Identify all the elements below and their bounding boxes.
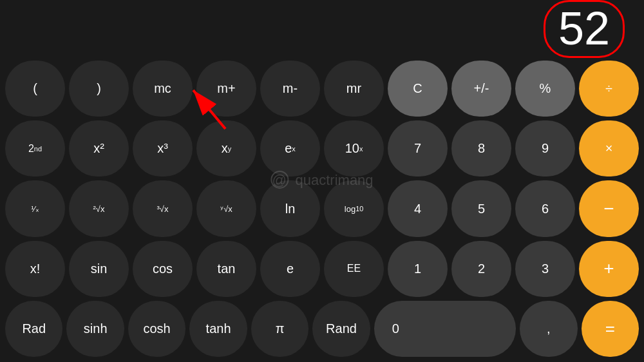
- multiply-button[interactable]: ×: [579, 120, 639, 176]
- row-5: Rad sinh cosh tanh π Rand 0 , =: [5, 301, 639, 357]
- 9-button[interactable]: 9: [515, 120, 575, 176]
- sqrt-y-button[interactable]: ʸ√x: [196, 180, 256, 236]
- 7-button[interactable]: 7: [388, 120, 448, 176]
- 4-button[interactable]: 4: [388, 180, 448, 236]
- paren-close-button[interactable]: ): [69, 61, 129, 117]
- 10-x-button[interactable]: 10x: [324, 120, 384, 176]
- cos-button[interactable]: cos: [133, 241, 193, 297]
- display-area: 52: [0, 0, 644, 58]
- display-number: 52: [544, 0, 625, 57]
- mc-button[interactable]: mc: [133, 61, 193, 117]
- x-cubed-button[interactable]: x³: [133, 120, 193, 176]
- ln-button[interactable]: ln: [260, 180, 320, 236]
- add-button[interactable]: +: [579, 241, 639, 297]
- x-y-button[interactable]: xy: [196, 120, 256, 176]
- m-plus-button[interactable]: m+: [196, 61, 256, 117]
- percent-button[interactable]: %: [515, 61, 575, 117]
- divide-button[interactable]: ÷: [579, 61, 639, 117]
- 1-button[interactable]: 1: [388, 241, 448, 297]
- sqrt3-button[interactable]: ³√x: [133, 180, 193, 236]
- sqrt2-button[interactable]: ²√x: [69, 180, 129, 236]
- x-squared-button[interactable]: x²: [69, 120, 129, 176]
- tan-button[interactable]: tan: [196, 241, 256, 297]
- row-4: x! sin cos tan e EE 1 2 3 +: [5, 241, 639, 297]
- equals-button[interactable]: =: [582, 301, 639, 357]
- pi-button[interactable]: π: [251, 301, 308, 357]
- row-3: ¹⁄ₓ ²√x ³√x ʸ√x ln log10 4 5 6 −: [5, 180, 639, 236]
- log10-button[interactable]: log10: [324, 180, 384, 236]
- tanh-button[interactable]: tanh: [189, 301, 247, 357]
- factorial-button[interactable]: x!: [5, 241, 65, 297]
- mr-button[interactable]: mr: [324, 61, 384, 117]
- plus-minus-button[interactable]: +/-: [451, 61, 511, 117]
- sin-button[interactable]: sin: [69, 241, 129, 297]
- 5-button[interactable]: 5: [451, 180, 511, 236]
- euler-button[interactable]: e: [260, 241, 320, 297]
- m-minus-button[interactable]: m-: [260, 61, 320, 117]
- 2nd-button[interactable]: 2nd: [5, 120, 65, 176]
- paren-open-button[interactable]: (: [5, 61, 65, 117]
- row-2: 2nd x² x³ xy ex 10x 7 8 9 ×: [5, 120, 639, 176]
- rad-button[interactable]: Rad: [5, 301, 62, 357]
- calculator-grid: ( ) mc m+ m- mr C +/- % ÷ 2nd x² x³ xy e…: [0, 58, 644, 362]
- 2-button[interactable]: 2: [451, 241, 511, 297]
- 0-button[interactable]: 0: [374, 301, 516, 357]
- sinh-button[interactable]: sinh: [66, 301, 124, 357]
- subtract-button[interactable]: −: [579, 180, 639, 236]
- e-x-button[interactable]: ex: [260, 120, 320, 176]
- cosh-button[interactable]: cosh: [128, 301, 185, 357]
- inv-x-button[interactable]: ¹⁄ₓ: [5, 180, 65, 236]
- clear-button[interactable]: C: [388, 61, 448, 117]
- 6-button[interactable]: 6: [515, 180, 575, 236]
- ee-button[interactable]: EE: [324, 241, 384, 297]
- rand-button[interactable]: Rand: [312, 301, 370, 357]
- row-1: ( ) mc m+ m- mr C +/- % ÷: [5, 61, 639, 117]
- 8-button[interactable]: 8: [451, 120, 511, 176]
- comma-button[interactable]: ,: [520, 301, 577, 357]
- 3-button[interactable]: 3: [515, 241, 575, 297]
